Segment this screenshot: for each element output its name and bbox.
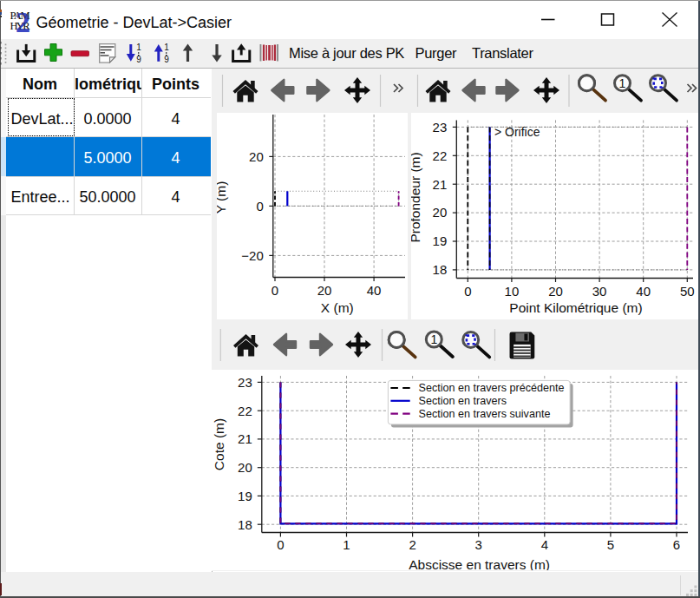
svg-text:20: 20 — [317, 283, 331, 298]
svg-text:6: 6 — [673, 537, 680, 552]
svg-text:23: 23 — [238, 375, 252, 390]
svg-text:30: 30 — [592, 284, 606, 299]
svg-text:1: 1 — [343, 537, 350, 552]
svg-text:1: 1 — [136, 43, 141, 52]
svg-text:0: 0 — [277, 537, 284, 552]
svg-text:22: 22 — [238, 404, 252, 418]
svg-text:Point Kilométrique (m): Point Kilométrique (m) — [509, 300, 642, 315]
svg-text:19: 19 — [238, 489, 252, 503]
svg-text:18: 18 — [432, 262, 447, 277]
svg-text:21: 21 — [432, 177, 447, 192]
svg-text:X (m): X (m) — [320, 300, 353, 315]
svg-text:22: 22 — [432, 148, 447, 163]
svg-text:0: 0 — [271, 283, 278, 298]
svg-text:23: 23 — [432, 120, 447, 135]
svg-text:40: 40 — [636, 284, 651, 299]
svg-text:2: 2 — [16, 9, 30, 33]
svg-text:5: 5 — [607, 537, 614, 552]
svg-text:4: 4 — [541, 537, 548, 552]
svg-text:Section en travers: Section en travers — [419, 395, 507, 407]
svg-text:Section en travers précédente: Section en travers précédente — [419, 382, 565, 394]
svg-text:21: 21 — [238, 431, 252, 446]
svg-text:20: 20 — [432, 205, 447, 220]
svg-text:Cote (m): Cote (m) — [212, 418, 226, 470]
svg-text:0: 0 — [464, 284, 471, 299]
svg-text:0: 0 — [256, 199, 263, 214]
svg-text:50: 50 — [679, 284, 694, 299]
svg-text:Section en travers suivante: Section en travers suivante — [419, 408, 551, 420]
svg-text:40: 40 — [366, 283, 381, 298]
svg-text:20: 20 — [548, 284, 563, 299]
svg-text:9: 9 — [164, 55, 169, 64]
svg-text:Abscisse en travers (m): Abscisse en travers (m) — [409, 557, 550, 571]
svg-text:20: 20 — [249, 149, 264, 164]
svg-text:> Orifice: > Orifice — [494, 125, 540, 139]
svg-text:10: 10 — [504, 284, 519, 299]
svg-text:1: 1 — [164, 43, 169, 52]
svg-text:19: 19 — [432, 233, 447, 248]
svg-text:Y (m): Y (m) — [217, 181, 228, 214]
svg-text:18: 18 — [238, 517, 252, 532]
svg-text:Profondeur (m): Profondeur (m) — [411, 152, 422, 242]
svg-text:3: 3 — [475, 537, 482, 552]
svg-text:20: 20 — [238, 460, 252, 475]
svg-text:−20: −20 — [241, 248, 263, 263]
svg-text:9: 9 — [136, 55, 141, 64]
svg-text:2: 2 — [409, 537, 415, 552]
